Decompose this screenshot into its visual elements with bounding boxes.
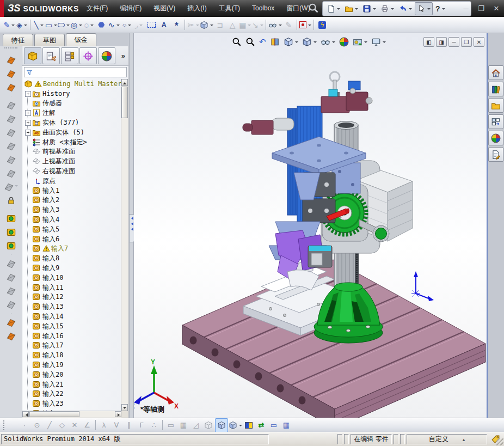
forming-tool-icon[interactable] <box>3 194 19 207</box>
single-viewport-icon[interactable]: ▭ <box>268 419 280 432</box>
tree-item[interactable]: 上视基准面 <box>22 156 121 166</box>
graphics-viewport[interactable]: Y X Z ↶ ◧◨─❐✕ *等轴测 <box>134 33 487 418</box>
vent-icon[interactable] <box>3 239 19 252</box>
close-button[interactable]: ✕ <box>492 4 501 13</box>
expand-icon[interactable] <box>25 120 31 126</box>
trim-entities-icon[interactable]: ✂ <box>187 19 199 32</box>
tree-item[interactable]: 输入1 <box>22 186 121 195</box>
scroll-right-button[interactable] <box>115 411 121 417</box>
tree-item[interactable]: 输入18 <box>22 350 121 360</box>
menu-item[interactable]: 视图(V) <box>147 0 181 17</box>
custom-properties-tab[interactable] <box>488 147 503 162</box>
featuremanager-tab[interactable] <box>24 47 41 64</box>
relation-horizontal-icon[interactable]: Γ <box>136 419 147 432</box>
select-button[interactable] <box>415 2 433 15</box>
command-tab[interactable]: 钣金 <box>66 33 96 46</box>
convert-entities-icon[interactable] <box>200 19 213 32</box>
tree-item[interactable]: 输入3 <box>22 205 121 215</box>
propertymanager-tab[interactable] <box>42 47 60 64</box>
relation-tangent-icon[interactable]: ╱ <box>44 419 56 432</box>
corners-icon[interactable] <box>3 180 19 193</box>
simple-hole-icon[interactable] <box>3 225 19 239</box>
unfold-icon[interactable] <box>3 257 19 270</box>
section-view-icon[interactable] <box>269 36 281 48</box>
command-tab[interactable]: 特征 <box>3 34 33 46</box>
relation-concentric-icon[interactable]: ⊙ <box>31 419 43 432</box>
smart-dimension-icon[interactable]: ◈ <box>16 19 28 32</box>
scroll-thumb[interactable] <box>29 411 79 417</box>
point-icon[interactable]: * <box>170 19 182 32</box>
tree-item[interactable]: 输入17 <box>22 341 121 351</box>
design-library-tab[interactable] <box>488 82 503 96</box>
tree-item[interactable]: 输入19 <box>22 360 121 370</box>
pane-left-button[interactable]: ◧ <box>423 37 434 47</box>
resources-tab[interactable] <box>488 65 503 80</box>
relation-angle-icon[interactable]: ∠ <box>81 419 93 432</box>
polygon-icon[interactable] <box>95 19 107 32</box>
tree-horizontal-scrollbar[interactable] <box>22 411 121 418</box>
quick-snaps-icon[interactable] <box>299 19 311 32</box>
view-settings-icon[interactable] <box>370 36 387 48</box>
display-relations-icon[interactable] <box>268 19 282 32</box>
tree-root-item[interactable]: Bending Multi Master 01 <box>22 79 121 89</box>
fully-defined-icon[interactable]: ▭ <box>165 419 177 432</box>
minimize-doc-button[interactable]: ─ <box>448 37 459 47</box>
mirror-entities-icon[interactable]: △ <box>226 19 238 32</box>
shaded-with-edges-icon[interactable] <box>215 418 228 432</box>
relation-coincident-icon[interactable]: ∀ <box>110 419 122 432</box>
zoom-fit-icon[interactable] <box>231 36 243 48</box>
tree-item[interactable]: 输入8 <box>22 253 121 263</box>
print-button[interactable] <box>379 3 396 15</box>
displaymanager-tab[interactable] <box>98 47 115 64</box>
text-icon[interactable]: A <box>158 19 170 32</box>
menu-item[interactable]: 文件(F) <box>81 0 114 17</box>
base-flange-icon[interactable] <box>3 53 19 66</box>
tree-item[interactable]: 输入16 <box>22 331 121 341</box>
apply-scene-icon[interactable] <box>352 36 368 48</box>
fold-icon[interactable] <box>3 271 19 284</box>
tree-vertical-scrollbar[interactable] <box>121 79 128 411</box>
tree-item[interactable]: 输入9 <box>22 263 121 273</box>
extruded-cut-icon[interactable] <box>3 212 19 225</box>
jog-icon[interactable] <box>3 139 19 152</box>
miter-flange-icon[interactable] <box>3 112 19 125</box>
relation-intersect-icon[interactable]: ✕ <box>69 419 81 432</box>
scroll-up-button[interactable] <box>121 79 128 86</box>
save-button[interactable] <box>361 3 378 15</box>
tree-item[interactable]: 输入21 <box>22 380 121 389</box>
tree-filter-input[interactable] <box>24 67 127 77</box>
tree-item[interactable]: 实体 (377) <box>22 118 121 127</box>
tree-item[interactable]: 输入2 <box>22 195 121 205</box>
resize-grip[interactable] <box>496 438 503 445</box>
search-icon[interactable] <box>308 3 320 15</box>
scroll-thumb[interactable] <box>121 87 128 118</box>
selection-box-icon[interactable] <box>145 19 157 32</box>
edit-appearance-icon[interactable] <box>338 36 350 48</box>
tree-item[interactable]: 输入22 <box>22 389 121 399</box>
expand-icon[interactable] <box>25 130 31 136</box>
file-explorer-tab[interactable] <box>488 98 503 113</box>
tree-item[interactable]: 曲面实体 (5) <box>22 127 121 137</box>
hem-icon[interactable] <box>3 126 19 139</box>
offset-entities-icon[interactable]: ⊐ <box>214 19 226 32</box>
sketched-bend-icon[interactable] <box>3 153 19 166</box>
tree-item[interactable]: 输入6 <box>22 234 121 244</box>
menu-item[interactable]: 插入(I) <box>181 0 212 17</box>
relation-midpoint-icon[interactable]: ∴ <box>148 419 160 432</box>
panel-splitter[interactable] <box>129 33 134 418</box>
tree-item[interactable]: 输入23 <box>22 399 121 408</box>
menu-item[interactable]: 编辑(E) <box>114 0 147 17</box>
tree-item[interactable]: 注解 <box>22 108 121 118</box>
dimxpertmanager-tab[interactable] <box>79 47 97 64</box>
relation-parallel-icon[interactable]: ∥ <box>123 419 135 432</box>
tree-item[interactable]: 输入10 <box>22 273 121 283</box>
hide-show-items-icon[interactable] <box>319 36 336 48</box>
circle-icon[interactable]: ◎ <box>70 19 82 32</box>
help-button[interactable]: ? <box>434 3 447 15</box>
add-relation-icon[interactable]: ✎ <box>282 19 294 32</box>
previous-view-icon[interactable]: ↶ <box>258 36 267 48</box>
tree-item[interactable]: 传感器 <box>22 99 121 108</box>
minimize-button[interactable]: ─ <box>462 4 470 13</box>
scroll-down-button[interactable] <box>121 404 128 411</box>
scroll-left-button[interactable] <box>22 411 29 417</box>
